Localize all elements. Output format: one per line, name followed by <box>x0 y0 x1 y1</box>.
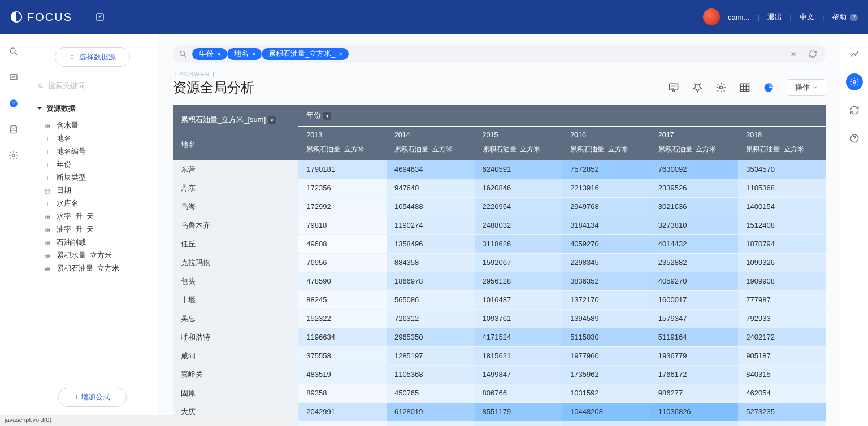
dropdown-icon[interactable]: ▾ <box>268 116 276 124</box>
cell[interactable]: 483519 <box>298 365 387 384</box>
row-header[interactable]: 包头 <box>173 272 298 290</box>
search-keyword-input[interactable] <box>48 81 147 90</box>
field-item[interactable]: 123水率_升_天_ <box>27 210 158 223</box>
cell[interactable]: 7630092 <box>650 160 739 179</box>
cell[interactable]: 3118626 <box>475 234 563 253</box>
cell[interactable]: 1031592 <box>562 384 650 402</box>
chip-close-icon[interactable]: × <box>217 50 222 58</box>
gear-icon[interactable] <box>715 82 727 93</box>
query-chip[interactable]: 地名× <box>227 48 262 60</box>
cell[interactable]: 1579347 <box>650 309 739 328</box>
add-formula-button[interactable]: + 增加公式 <box>58 388 127 407</box>
cell[interactable]: 1093761 <box>475 309 563 328</box>
field-item[interactable]: 123含水量 <box>27 119 158 132</box>
cell[interactable]: 5273235 <box>738 402 826 421</box>
cell[interactable]: 1054488 <box>387 197 475 216</box>
cell[interactable]: 1470432 <box>650 421 739 426</box>
year-header[interactable]: 2014 <box>387 127 475 143</box>
cell[interactable]: 1512408 <box>738 216 826 234</box>
field-item[interactable]: 地名编号 <box>27 145 158 158</box>
cell[interactable]: 2339526 <box>650 179 739 197</box>
avatar[interactable] <box>703 8 720 25</box>
field-item[interactable]: 地名 <box>27 132 158 145</box>
nav-help-icon[interactable]: ? <box>8 98 19 108</box>
cell[interactable]: 6240591 <box>475 160 563 179</box>
pie-chart-icon[interactable] <box>763 82 774 93</box>
dropdown-icon[interactable]: ▾ <box>323 112 331 120</box>
nav-database-icon[interactable] <box>8 124 19 134</box>
cell[interactable]: 172992 <box>298 197 387 216</box>
help-link[interactable]: 帮助 ? <box>832 12 858 22</box>
cell[interactable]: 375558 <box>298 346 387 365</box>
cell[interactable]: 2956128 <box>475 272 563 290</box>
table-icon[interactable] <box>739 82 750 93</box>
cell[interactable]: 806766 <box>475 384 563 402</box>
cell[interactable]: 2949768 <box>562 197 650 216</box>
cell[interactable]: 2488032 <box>475 216 563 234</box>
username[interactable]: cami... <box>728 13 749 21</box>
rail-chart-icon[interactable] <box>846 45 863 62</box>
rail-style-icon[interactable] <box>846 73 863 90</box>
rail-help-icon[interactable] <box>846 130 863 147</box>
cell[interactable]: 1190274 <box>387 216 475 234</box>
cell[interactable]: 1620846 <box>475 179 563 197</box>
field-item[interactable]: 123累积石油量_立方米_ <box>27 262 158 275</box>
cell[interactable]: 2213916 <box>562 179 650 197</box>
cell[interactable]: 3184134 <box>562 216 650 234</box>
row-header[interactable]: 咸阳 <box>173 346 298 365</box>
query-chip[interactable]: 年份× <box>192 48 227 60</box>
field-item[interactable]: 123累积水量_立方米_ <box>27 249 158 262</box>
cell[interactable]: 3534570 <box>738 160 826 179</box>
cell[interactable]: 5115030 <box>562 328 650 346</box>
reload-query-icon[interactable] <box>805 50 821 58</box>
cell[interactable]: 1790181 <box>298 160 387 179</box>
row-header[interactable]: 乌鲁木齐 <box>173 216 298 234</box>
field-item[interactable]: 123石油削减 <box>27 236 158 249</box>
cell[interactable]: 4694634 <box>387 160 475 179</box>
field-item[interactable]: 日期 <box>27 184 158 197</box>
field-item[interactable]: 年份 <box>27 158 158 171</box>
cell[interactable]: 726312 <box>387 309 475 328</box>
cell[interactable]: 1735962 <box>562 365 650 384</box>
cell[interactable]: 1285197 <box>387 346 475 365</box>
cell[interactable]: 565086 <box>387 290 475 309</box>
search-keyword[interactable] <box>37 79 147 92</box>
cell[interactable]: 4059270 <box>650 272 739 290</box>
year-header[interactable]: 2013 <box>298 127 387 143</box>
cell[interactable]: 10448208 <box>562 402 650 421</box>
cell[interactable]: 699600 <box>387 421 475 426</box>
nav-dashboard-icon[interactable] <box>8 72 19 82</box>
cell[interactable]: 1105368 <box>387 365 475 384</box>
edit-icon[interactable] <box>95 12 105 22</box>
operation-button[interactable]: 操作 <box>787 79 826 96</box>
cell[interactable]: 6128019 <box>387 402 475 421</box>
cell[interactable]: 49608 <box>298 234 387 253</box>
cell[interactable]: 5119164 <box>650 328 739 346</box>
cell[interactable]: 192708 <box>298 421 387 426</box>
cell[interactable]: 172356 <box>298 179 387 197</box>
cell[interactable]: 3021636 <box>650 197 739 216</box>
clear-query-icon[interactable] <box>786 50 801 58</box>
cell[interactable]: 1358496 <box>387 234 475 253</box>
nav-search-icon[interactable] <box>8 46 19 56</box>
cell[interactable]: 89358 <box>298 384 387 402</box>
cell[interactable]: 462054 <box>738 384 826 402</box>
cell[interactable]: 697692 <box>738 421 826 426</box>
dataset-toggle[interactable]: 资源数据 <box>27 100 158 117</box>
row-header[interactable]: 固原 <box>173 384 298 402</box>
cell[interactable]: 478590 <box>298 272 387 290</box>
cell[interactable]: 1016487 <box>475 290 563 309</box>
cell[interactable]: 3836352 <box>562 272 650 290</box>
search-icon[interactable] <box>179 50 188 59</box>
row-header[interactable]: 任丘 <box>173 234 298 253</box>
field-item[interactable]: 123油率_升_天_ <box>27 223 158 236</box>
cell[interactable]: 1499847 <box>475 365 563 384</box>
cell[interactable]: 792933 <box>738 309 826 328</box>
cell[interactable]: 2402172 <box>738 328 826 346</box>
cell[interactable]: 1815621 <box>475 346 563 365</box>
row-dim-header[interactable]: 地名 <box>181 140 196 149</box>
cell[interactable]: 4059270 <box>562 234 650 253</box>
cell[interactable]: 1870794 <box>738 234 826 253</box>
logout-link[interactable]: 退出 <box>767 12 782 22</box>
cell[interactable]: 1372170 <box>562 290 650 309</box>
